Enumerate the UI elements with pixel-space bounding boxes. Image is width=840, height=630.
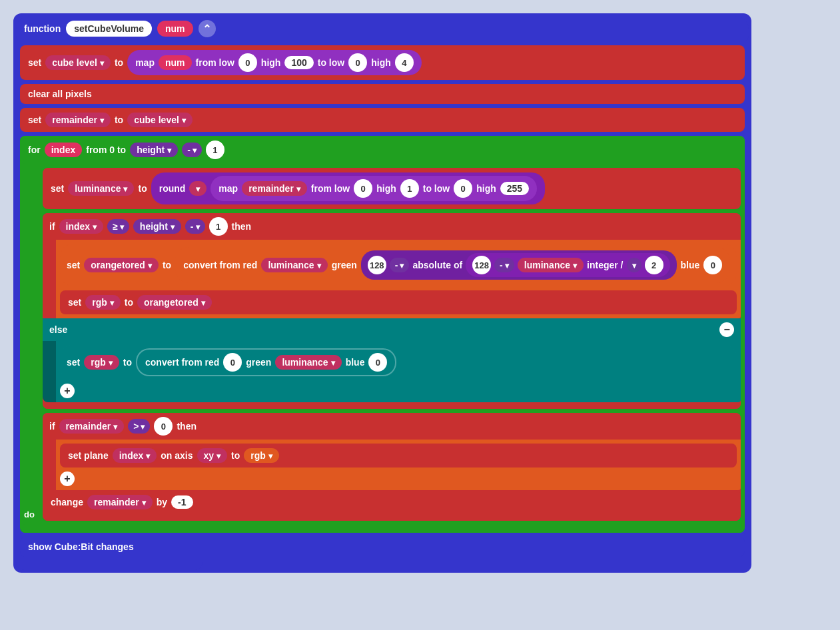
- luminance-var3-drop-icon[interactable]: [573, 260, 577, 270]
- high1-label: high: [261, 57, 281, 68]
- if-val[interactable]: 1: [209, 217, 228, 236]
- high2-val[interactable]: 4: [395, 53, 414, 72]
- orangetored-var2[interactable]: orangetored: [137, 295, 212, 310]
- remainder-if-val[interactable]: 0: [154, 417, 173, 436]
- minus-op[interactable]: -: [182, 143, 202, 157]
- cube-level-dropdown-icon[interactable]: [100, 57, 104, 68]
- rgb-var2-drop-icon[interactable]: [109, 357, 113, 368]
- rgb-var3-drop-icon[interactable]: [268, 450, 272, 461]
- luminance-var2-drop-icon[interactable]: [317, 260, 321, 270]
- minus-op4-icon[interactable]: [505, 260, 509, 270]
- round-dropdown[interactable]: [189, 181, 207, 196]
- height-var2-drop-icon[interactable]: [171, 221, 175, 232]
- low1-val[interactable]: 0: [238, 53, 257, 72]
- rgb-var[interactable]: rgb: [85, 295, 121, 310]
- orangetored-drop-icon[interactable]: [148, 260, 152, 270]
- lum-high1-val[interactable]: 1: [400, 179, 419, 198]
- luminance-var2[interactable]: luminance: [261, 258, 327, 272]
- integer-div-label: integer /: [587, 260, 623, 270]
- minus-op2[interactable]: -: [185, 219, 205, 234]
- convert-block: convert from red luminance green: [175, 247, 730, 283]
- gt-op-drop-icon[interactable]: [141, 421, 145, 432]
- cube-level-var2-dropdown-icon[interactable]: [182, 115, 186, 125]
- for-val[interactable]: 1: [206, 141, 224, 159]
- absolute-label: absolute of: [412, 260, 462, 270]
- if-remainder-block: if remainder > 0 then: [43, 413, 741, 521]
- height-dropdown-icon[interactable]: [167, 145, 171, 155]
- to-label6: to: [123, 357, 132, 368]
- change-val[interactable]: -1: [171, 495, 193, 509]
- remainder-var3[interactable]: remainder: [59, 419, 125, 434]
- num-var[interactable]: num: [159, 55, 192, 70]
- remainder-var[interactable]: remainder: [45, 113, 111, 127]
- luminance-var3[interactable]: luminance: [518, 258, 584, 272]
- val-128-1[interactable]: 128: [368, 256, 386, 274]
- round-drop-icon[interactable]: [196, 183, 200, 194]
- to-low-label2: to low: [423, 183, 450, 194]
- xy-var[interactable]: xy: [197, 448, 228, 463]
- rgb-var2[interactable]: rgb: [84, 355, 119, 370]
- gte-op[interactable]: ≥: [107, 219, 129, 234]
- rgb-var3[interactable]: rgb: [244, 448, 279, 463]
- lum-low1[interactable]: 0: [354, 179, 372, 198]
- if-index-block: if index ≥ height: [43, 213, 741, 409]
- luminance-var4-drop-icon[interactable]: [331, 357, 335, 368]
- cube-level-var2[interactable]: cube level: [127, 113, 193, 127]
- index-var3-drop-icon[interactable]: [146, 450, 150, 461]
- remainder-dropdown-icon[interactable]: [100, 115, 104, 125]
- luminance-dropdown-icon[interactable]: [123, 183, 127, 194]
- div-val[interactable]: 2: [645, 256, 663, 274]
- remainder-var4-drop-icon[interactable]: [142, 497, 146, 507]
- minus-op3-icon[interactable]: [400, 260, 404, 270]
- red-val-teal[interactable]: 0: [223, 353, 242, 372]
- luminance-var[interactable]: luminance: [68, 181, 134, 196]
- gte-drop-icon[interactable]: [120, 221, 124, 232]
- lum-low2[interactable]: 0: [454, 179, 472, 198]
- minus-op4[interactable]: -: [494, 258, 514, 272]
- orangetored-var[interactable]: orangetored: [84, 258, 159, 272]
- index-var3[interactable]: index: [113, 448, 157, 463]
- height-var2[interactable]: height: [133, 219, 181, 234]
- low2-val[interactable]: 0: [348, 53, 367, 72]
- blue-val[interactable]: 0: [703, 256, 722, 274]
- high2-label: high: [371, 57, 391, 68]
- rgb-drop-icon[interactable]: [110, 297, 114, 308]
- val-128-2[interactable]: 128: [472, 256, 491, 274]
- remainder-drop-icon[interactable]: [296, 183, 300, 194]
- set-label: set: [28, 57, 41, 68]
- minus-op3[interactable]: -: [390, 258, 410, 272]
- blue-val-teal[interactable]: 0: [368, 353, 387, 372]
- function-param: num: [157, 21, 193, 37]
- remainder-var4[interactable]: remainder: [87, 495, 153, 509]
- collapse-button[interactable]: ⌃: [199, 20, 216, 37]
- index-var2[interactable]: index: [59, 219, 104, 234]
- index-drop-icon[interactable]: [93, 221, 97, 232]
- gt-op[interactable]: >: [128, 419, 150, 434]
- high1-val[interactable]: 100: [284, 56, 313, 69]
- by-label: by: [157, 497, 167, 507]
- remainder-var2[interactable]: remainder: [242, 181, 307, 196]
- if-sidebar: [43, 240, 56, 318]
- cube-level-var[interactable]: cube level: [45, 55, 111, 70]
- green-label2: green: [246, 357, 271, 368]
- set-label6: set: [67, 357, 80, 368]
- function-name[interactable]: setCubeVolume: [66, 21, 152, 37]
- remainder-var3-drop-icon[interactable]: [113, 421, 117, 432]
- function-bottom-bar: [16, 561, 203, 570]
- to-low-label: to low: [318, 57, 344, 68]
- orangetored-var2-drop-icon[interactable]: [201, 297, 205, 308]
- minus-op2-drop-icon[interactable]: [196, 221, 200, 232]
- xy-drop-icon[interactable]: [216, 450, 220, 461]
- else-minus-btn[interactable]: −: [719, 322, 734, 337]
- luminance-var4[interactable]: luminance: [275, 355, 341, 370]
- if-rem-plus-btn[interactable]: +: [60, 472, 75, 486]
- int-div-op-icon[interactable]: [632, 260, 636, 270]
- index-var[interactable]: index: [45, 143, 83, 157]
- height-var[interactable]: height: [130, 143, 178, 157]
- minus-dropdown-icon[interactable]: [193, 145, 197, 155]
- int-div-op[interactable]: [627, 258, 641, 272]
- else-plus-btn[interactable]: +: [60, 384, 75, 398]
- for-body: do set luminance to round: [20, 164, 745, 525]
- lum-high2-val[interactable]: 255: [500, 182, 529, 195]
- change-label: change: [51, 497, 83, 507]
